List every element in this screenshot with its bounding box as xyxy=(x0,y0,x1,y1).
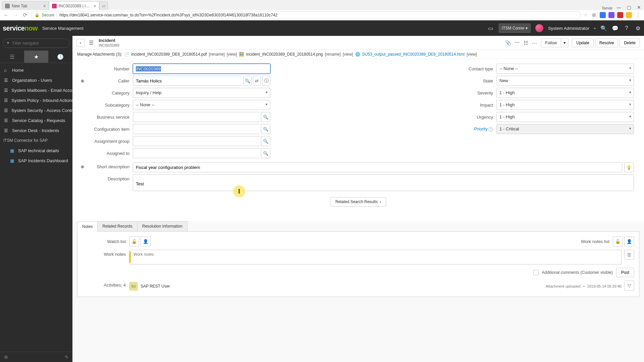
info-icon[interactable]: ⓘ xyxy=(262,76,270,86)
lookup-icon[interactable]: 🔍 xyxy=(261,136,270,146)
search-icon[interactable]: 🔍 xyxy=(600,25,607,32)
view-link[interactable]: [view] xyxy=(343,52,353,57)
lookup-icon[interactable]: 🔍 xyxy=(244,76,252,86)
close-icon[interactable]: × xyxy=(94,3,96,9)
extension-icon[interactable] xyxy=(608,12,614,18)
short-description-field[interactable] xyxy=(133,162,622,172)
more-icon[interactable]: ⋯ xyxy=(530,39,539,47)
expand-icon[interactable]: ☰ xyxy=(624,250,634,260)
follow-dropdown[interactable]: ▾ xyxy=(561,39,568,47)
subcategory-select[interactable]: -- None -- xyxy=(133,100,270,110)
rename-link[interactable]: [rename] xyxy=(209,52,225,57)
back-icon[interactable]: ← xyxy=(3,12,9,18)
urgency-select[interactable]: 1 - High xyxy=(496,112,634,122)
new-tab-button[interactable]: ▱ xyxy=(99,1,108,10)
tab-related[interactable]: Related Records xyxy=(97,221,137,231)
attachment-link[interactable]: incident_INC0020389_DE6_20180514.pdf xyxy=(131,52,207,57)
close-icon[interactable]: ✕ xyxy=(634,5,644,10)
nav-tab-all[interactable]: ☰ xyxy=(0,51,24,63)
attachment-link[interactable]: incident_INC0020389_DE6_20180514.png xyxy=(246,52,323,57)
sidebar-item-sap-dashboard[interactable]: ▦SAP Incidents Dashboard xyxy=(0,156,72,166)
gear-icon[interactable]: ⚙ xyxy=(4,355,8,360)
minimize-icon[interactable]: — xyxy=(614,5,624,10)
forward-icon[interactable]: → xyxy=(12,12,19,18)
star-icon[interactable]: ☆ xyxy=(584,12,588,17)
assigned-field[interactable] xyxy=(133,148,260,158)
reload-icon[interactable]: ⟳ xyxy=(21,12,28,18)
related-search-button[interactable]: Related Search Results › xyxy=(330,197,386,206)
view-link[interactable]: [view] xyxy=(227,52,237,57)
sidebar-item-inbound[interactable]: ☰System Policy - Inbound Actions xyxy=(0,95,72,105)
category-select[interactable]: Inquiry / Help xyxy=(133,88,270,98)
close-icon[interactable]: × xyxy=(43,3,46,9)
browser-profile[interactable]: Tamás xyxy=(601,6,612,10)
impact-select[interactable]: 1 - High xyxy=(496,100,634,110)
contact-select[interactable]: -- None -- xyxy=(496,64,634,74)
menu-icon[interactable]: ⋮ xyxy=(635,12,641,18)
attachment-icon[interactable]: 📎 xyxy=(504,39,513,47)
settings-icon[interactable]: ☷ xyxy=(522,39,530,47)
agroup-field[interactable] xyxy=(133,136,260,146)
filter-navigator-input[interactable] xyxy=(3,39,70,48)
severity-select[interactable]: 1 - High xyxy=(496,88,634,98)
unlock-icon[interactable]: 🔓 xyxy=(129,236,139,246)
sidebar-item-users[interactable]: ☰Organization - Users xyxy=(0,75,72,85)
add-me-icon[interactable]: 👤 xyxy=(141,236,151,246)
browser-tab[interactable]: INC0020389 | Incident | S × xyxy=(49,1,99,10)
card-icon[interactable]: ▭ xyxy=(487,25,494,32)
description-field[interactable] xyxy=(133,174,634,191)
role-picker[interactable]: ITSM Conne ▾ xyxy=(499,23,531,33)
extension-icon[interactable]: ⊕ xyxy=(590,12,597,18)
extension-icon[interactable] xyxy=(617,12,623,18)
chat-icon[interactable]: 💬 xyxy=(612,25,619,32)
sidebar-item-requests[interactable]: ☰Service Catalog - Requests xyxy=(0,115,72,125)
related-icon[interactable]: ⇄ xyxy=(253,76,261,86)
extension-icon[interactable] xyxy=(626,12,632,18)
sidebar-item-sap-details[interactable]: ▦SAP technical details xyxy=(0,145,72,156)
ci-field[interactable] xyxy=(133,124,260,134)
extension-icon[interactable] xyxy=(600,12,606,18)
gear-icon[interactable]: ⚙ xyxy=(635,25,641,32)
sidebar-item-home[interactable]: ⌂Home xyxy=(0,65,72,75)
sidebar-item-incidents[interactable]: ☰Service Desk - Incidents xyxy=(0,125,72,135)
bservice-field[interactable] xyxy=(133,112,260,122)
activity-icon[interactable]: 〰 xyxy=(513,39,522,47)
help-icon[interactable]: ? xyxy=(488,127,493,132)
sidebar-item-mailboxes[interactable]: ☰System Mailboxes - Email Accou... xyxy=(0,85,72,95)
sidebar-item-access[interactable]: ☰System Security - Access Contro... xyxy=(0,105,72,115)
avatar[interactable] xyxy=(535,24,543,32)
lookup-icon[interactable]: 🔍 xyxy=(261,112,270,122)
nav-tab-history[interactable]: 🕓 xyxy=(48,51,72,63)
tab-notes[interactable]: Notes xyxy=(77,222,98,232)
add-me-icon[interactable]: 👤 xyxy=(624,236,634,246)
delete-button[interactable]: Delete xyxy=(620,39,640,47)
tab-resolution[interactable]: Resolution Information xyxy=(137,221,187,231)
user-name[interactable]: System Administrator xyxy=(548,26,589,31)
state-select[interactable]: New xyxy=(496,76,634,86)
attachment-link[interactable]: SU53_output_passed_INC0020389_DE6_201805… xyxy=(362,52,465,57)
help-icon[interactable]: ? xyxy=(623,25,630,32)
maximize-icon[interactable]: ▢ xyxy=(624,5,634,10)
address-bar[interactable]: 🔒 Secure | https://dev18041.service-now.… xyxy=(31,11,581,19)
back-button[interactable]: ‹ xyxy=(76,39,85,47)
follow-button[interactable]: Follow xyxy=(541,39,561,47)
rename-link[interactable]: [rename] xyxy=(325,52,341,57)
lookup-icon[interactable]: 🔍 xyxy=(261,148,270,158)
browser-tab[interactable]: New Tab × xyxy=(2,1,49,10)
caller-field[interactable] xyxy=(133,76,242,86)
work-notes-input[interactable] xyxy=(133,251,620,263)
form-menu-icon[interactable]: ☰ xyxy=(87,39,95,47)
view-link[interactable]: [view] xyxy=(467,52,477,57)
post-button[interactable]: Post xyxy=(616,268,634,277)
filter-activity-icon[interactable]: ▽ xyxy=(624,281,634,291)
lookup-icon[interactable]: 🔍 xyxy=(261,124,270,134)
unlock-icon[interactable]: 🔓 xyxy=(613,236,623,246)
number-field[interactable]: INC0020389 xyxy=(133,64,270,74)
additional-comments-checkbox[interactable] xyxy=(533,270,539,275)
resolve-button[interactable]: Resolve xyxy=(595,39,618,47)
suggestion-icon[interactable]: 💡 xyxy=(624,162,634,172)
edit-icon[interactable]: ✎ xyxy=(65,355,68,360)
nav-tab-favorites[interactable]: ★ xyxy=(24,51,48,63)
attachments-label[interactable]: Manage Attachments (3): xyxy=(77,52,122,57)
logo[interactable]: servicenow xyxy=(3,24,38,32)
